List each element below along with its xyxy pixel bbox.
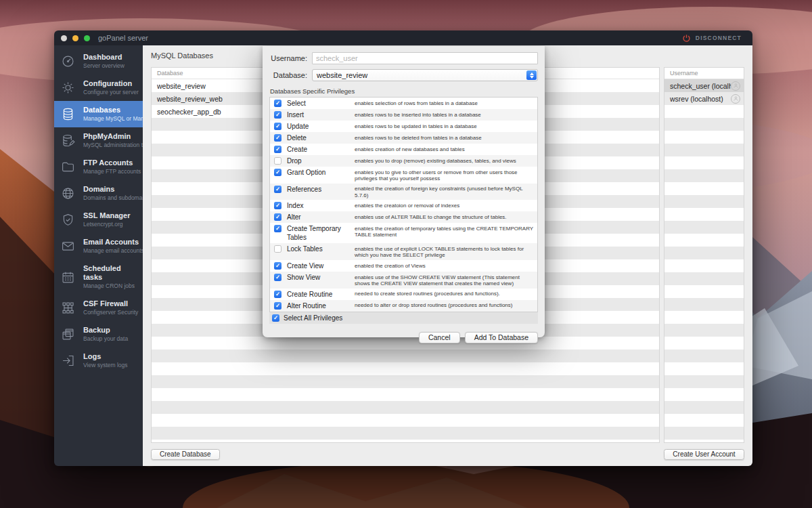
sidebar-item-title: FTP Accounts <box>83 158 140 167</box>
user-row[interactable]: wsrev (localhost) <box>664 92 744 105</box>
username-input[interactable] <box>312 52 538 64</box>
sidebar-item-databases[interactable]: Databases Manage MySQL or MariaDB <box>54 101 143 127</box>
database-select-value: website_review <box>317 71 367 79</box>
privilege-name: Alter <box>287 213 355 221</box>
user-row <box>664 285 744 298</box>
privilege-checkbox[interactable] <box>274 157 281 165</box>
user-row <box>664 311 744 324</box>
user-row <box>664 234 744 247</box>
privilege-row: Grant Option enables you to give to othe… <box>270 167 537 184</box>
privilege-description: enabled the creation of Views <box>355 261 533 269</box>
cancel-button[interactable]: Cancel <box>419 332 460 343</box>
add-to-database-button[interactable]: Add To Database <box>465 332 538 343</box>
sidebar-item-ssl-manager[interactable]: SSL Manager Letsencrypt.org <box>54 207 143 233</box>
privilege-name: Drop <box>287 156 355 165</box>
user-row <box>664 169 744 182</box>
privilege-row: Create Routine needed to create stored r… <box>270 289 537 300</box>
privilege-checkbox[interactable] <box>274 186 281 193</box>
titlebar: goPanel server DISCONNECT <box>54 30 752 45</box>
sidebar-item-backup[interactable]: Backup Backup your data <box>54 321 143 347</box>
privilege-checkbox[interactable] <box>274 169 281 176</box>
sidebar-item-csf-firewall[interactable]: CSF Firewall Configserver Security <box>54 295 143 321</box>
database-select[interactable]: website_review <box>312 69 538 81</box>
user-row[interactable]: scheck_user (localhost) <box>664 79 744 92</box>
privilege-description: enabled the creation of foreign key cons… <box>355 185 533 199</box>
sidebar-item-subtitle: Configure your server <box>83 89 139 96</box>
sidebar-item-subtitle: Server overview <box>83 62 125 70</box>
privilege-row: Drop enables you to drop (remove) existi… <box>270 155 537 167</box>
privilege-description: enables rows to be updated in tables in … <box>355 122 533 129</box>
privilege-name: Select <box>287 99 355 108</box>
sidebar-item-dashboard[interactable]: Dashboard Server overview <box>54 48 143 75</box>
privilege-checkbox[interactable] <box>274 262 281 270</box>
create-database-button[interactable]: Create Database <box>151 449 220 460</box>
sidebar-item-title: Backup <box>83 326 128 335</box>
user-table: Username scheck_user (localhost) wsrev (… <box>664 67 744 443</box>
user-row <box>664 105 744 118</box>
sidebar-item-ftp-accounts[interactable]: FTP Accounts Manage FTP accounts <box>54 154 143 180</box>
privilege-description: enables use of the SHOW CREATE VIEW stat… <box>355 273 533 287</box>
folder-icon <box>61 159 78 175</box>
privilege-checkbox[interactable] <box>274 202 281 209</box>
privilege-name: Delete <box>287 133 355 142</box>
close-window-button[interactable] <box>61 35 67 41</box>
privilege-row: Create View enabled the creation of View… <box>270 260 537 272</box>
minimize-window-button[interactable] <box>72 35 78 41</box>
user-name: scheck_user (localhost) <box>670 82 731 90</box>
select-all-checkbox[interactable] <box>272 314 279 322</box>
sidebar-item-logs[interactable]: Logs View system logs <box>54 347 143 374</box>
sidebar-item-configuration[interactable]: Configuration Configure your server <box>54 75 143 101</box>
username-column-header: Username <box>664 68 744 79</box>
privilege-row: Index enables the creatoion or removal o… <box>270 200 537 211</box>
user-row <box>664 298 744 311</box>
database-row <box>152 350 659 362</box>
privilege-checkbox[interactable] <box>274 213 281 221</box>
privilege-row: References enabled the creation of forei… <box>270 184 537 200</box>
disconnect-button[interactable]: DISCONNECT <box>682 30 742 45</box>
sidebar-item-title: Logs <box>83 352 128 361</box>
select-all-row: Select All Privileges <box>269 312 538 324</box>
gauge-icon <box>61 54 78 70</box>
privilege-checkbox[interactable] <box>274 225 281 232</box>
sidebar-item-subtitle: Manage email accounts <box>83 247 140 255</box>
create-user-account-button[interactable]: Create User Account <box>664 449 744 460</box>
privilege-name: Show View <box>287 273 355 282</box>
privilege-checkbox[interactable] <box>274 100 281 107</box>
privilege-name: Insert <box>287 110 355 119</box>
privilege-row: Insert enables rows to be inserted into … <box>270 109 537 121</box>
privilege-name: Create <box>287 145 355 154</box>
sidebar-item-email-accounts[interactable]: Email Accounts Manage email accounts <box>54 233 143 259</box>
privilege-name: Create View <box>287 261 355 270</box>
sidebar-item-phpmyadmin[interactable]: PhpMyAdmin MySQL administration tool <box>54 127 143 154</box>
power-icon <box>682 34 691 43</box>
privilege-name: Create Routine <box>287 290 355 299</box>
database-row <box>152 401 659 414</box>
user-row <box>664 272 744 285</box>
app-window: goPanel server DISCONNECT Dashboard Serv… <box>54 30 752 466</box>
privilege-checkbox[interactable] <box>274 291 281 298</box>
firewall-icon <box>61 300 78 316</box>
user-row <box>664 401 744 414</box>
sidebar-item-title: Scheduled tasks <box>83 264 140 282</box>
sidebar-item-domains[interactable]: Domains Domains and subdomains <box>54 180 143 207</box>
globe-icon <box>61 186 78 202</box>
privilege-checkbox[interactable] <box>274 111 281 119</box>
privilege-checkbox[interactable] <box>274 274 281 281</box>
zoom-window-button[interactable] <box>84 35 90 41</box>
sidebar-item-subtitle: View system logs <box>83 362 128 369</box>
privilege-checkbox[interactable] <box>274 134 281 142</box>
mail-icon <box>61 238 78 255</box>
privilege-description: enables use of ALTER TABLE to change the… <box>355 213 533 220</box>
sidebar: Dashboard Server overview Configuration … <box>54 45 143 466</box>
privilege-checkbox[interactable] <box>274 123 281 130</box>
privilege-checkbox[interactable] <box>274 245 281 253</box>
window-title: goPanel server <box>98 34 148 42</box>
database-row <box>152 427 659 440</box>
sidebar-item-scheduled-tasks[interactable]: Scheduled tasks Manage CRON jobs <box>54 259 143 295</box>
user-row <box>664 221 744 234</box>
privilege-checkbox[interactable] <box>274 302 281 310</box>
database-row <box>152 375 659 388</box>
privilege-checkbox[interactable] <box>274 146 281 153</box>
sidebar-item-title: Domains <box>83 185 140 194</box>
user-row <box>664 195 744 208</box>
